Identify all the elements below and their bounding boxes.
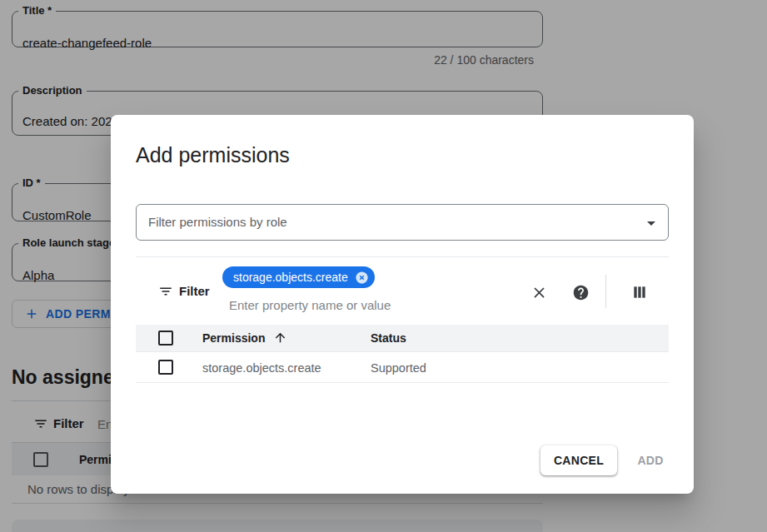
row-permission-cell: storage.objects.create: [202, 361, 321, 375]
toolbar-divider: [605, 275, 606, 308]
help-button[interactable]: [570, 282, 590, 302]
help-icon: [572, 284, 590, 301]
filter-icon: [158, 284, 173, 299]
permissions-table: Permission Status storage.objects.create…: [136, 325, 669, 383]
filter-chip-label: storage.objects.create: [233, 271, 348, 284]
dropdown-arrow-icon: [641, 213, 661, 233]
chip-remove-icon[interactable]: [354, 270, 370, 286]
cancel-button[interactable]: CANCEL: [540, 445, 617, 475]
add-button[interactable]: ADD: [625, 445, 675, 475]
columns-icon: [631, 284, 648, 301]
filter-by-role-placeholder: Filter permissions by role: [148, 215, 287, 229]
sort-ascending-icon[interactable]: [273, 331, 287, 345]
status-column-header[interactable]: Status: [371, 331, 406, 345]
close-icon: [530, 284, 548, 301]
permission-column-header[interactable]: Permission: [202, 331, 265, 345]
filter-by-role-select[interactable]: Filter permissions by role: [136, 204, 669, 241]
screen: Title * create-changefeed-role 22 / 100 …: [0, 0, 767, 532]
add-permissions-dialog: Add permissions Filter permissions by ro…: [111, 115, 694, 494]
select-all-checkbox[interactable]: [158, 331, 173, 346]
permissions-table-header: Permission Status: [136, 325, 669, 351]
row-checkbox[interactable]: [158, 360, 173, 375]
filter-chip[interactable]: storage.objects.create: [222, 266, 375, 288]
dialog-title: Add permissions: [136, 141, 290, 169]
filter-label: Filter: [179, 284, 210, 298]
column-display-options-button[interactable]: [630, 282, 650, 302]
filter-input[interactable]: Enter property name or value: [229, 298, 391, 312]
permissions-filter-toolbar: Filter storage.objects.create Enter prop…: [136, 256, 669, 325]
row-status-cell: Supported: [371, 361, 426, 375]
table-row[interactable]: storage.objects.create Supported: [136, 351, 669, 383]
clear-filters-button[interactable]: [529, 282, 549, 302]
